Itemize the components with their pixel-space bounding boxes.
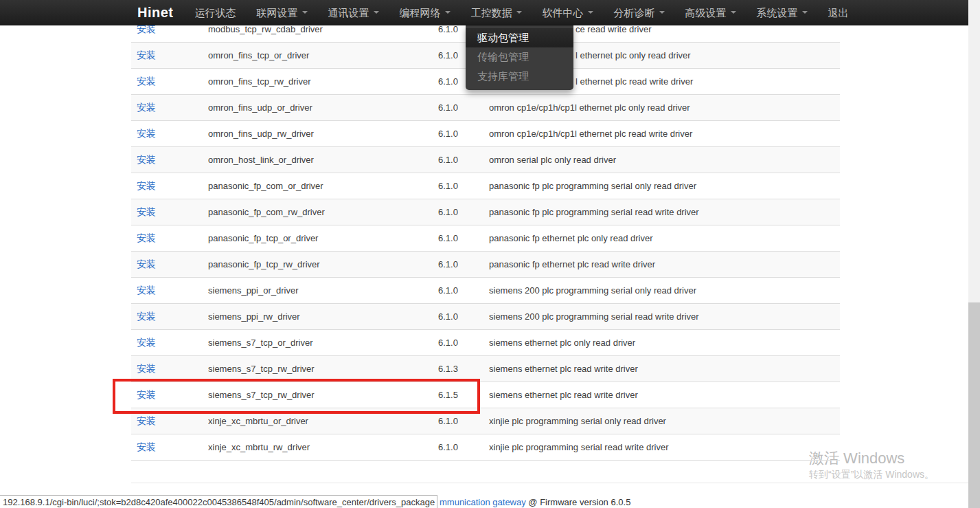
- description-cell: siemens ethernet plc read write driver: [483, 382, 840, 408]
- firmware-version-text: @ Firmware version 6.0.5: [526, 497, 631, 507]
- description-text: omron cp1e/cp1h/cp1l ethernet plc only r…: [489, 102, 690, 113]
- install-link[interactable]: 安装: [137, 389, 156, 400]
- install-link[interactable]: 安装: [137, 258, 156, 269]
- description-text: panasonic fp ethernet plc only read driv…: [489, 233, 652, 243]
- driver-name-cell: omron_fins_tcp_or_driver: [203, 43, 433, 69]
- nav-item-advanced-settings[interactable]: 高级设置: [675, 0, 747, 25]
- install-link[interactable]: 安装: [137, 441, 156, 452]
- chevron-down-icon: [445, 11, 451, 14]
- dropdown-item-transfer-package-mgmt[interactable]: 传输包管理: [466, 47, 573, 67]
- driver-name-cell: omron_host_link_or_driver: [203, 147, 433, 173]
- nav-item-analysis-diagnosis[interactable]: 分析诊断: [604, 0, 675, 25]
- nav-item-running-status[interactable]: 运行状态: [185, 0, 247, 25]
- table-row: 安装omron_fins_udp_or_driver6.1.0omron cp1…: [131, 95, 840, 121]
- description-text: siemens ethernet plc read write driver: [489, 390, 638, 400]
- install-link[interactable]: 安装: [137, 180, 156, 191]
- watermark-subtitle: 转到“设置”以激活 Windows。: [809, 467, 934, 481]
- install-cell: 安装: [131, 382, 203, 408]
- nav-item-software-center[interactable]: 软件中心: [532, 0, 604, 25]
- driver-name-cell: omron_fins_udp_rw_driver: [203, 121, 433, 147]
- chevron-down-icon: [374, 11, 379, 14]
- install-cell: 安装: [131, 147, 203, 173]
- chevron-down-icon: [516, 11, 522, 14]
- nav-item-comm-settings[interactable]: 通讯设置: [318, 0, 389, 25]
- driver-name-cell: siemens_s7_tcp_or_driver: [203, 330, 433, 356]
- chevron-down-icon: [802, 11, 808, 14]
- install-link[interactable]: 安装: [137, 337, 156, 348]
- nav-item-system-settings[interactable]: 系统设置: [747, 0, 818, 25]
- description-cell: panasonic fp ethernet plc read write dri…: [483, 252, 840, 278]
- driver-name-cell: panasonic_fp_tcp_rw_driver: [203, 252, 433, 278]
- nav-item-industrial-data[interactable]: 工控数据: [461, 0, 532, 25]
- version-cell: 6.1.0: [433, 173, 483, 199]
- description-cell: omron cp1e/cp1h/cp1l ethernet plc read w…: [483, 121, 840, 147]
- install-cell: 安装: [131, 408, 203, 434]
- version-cell: 6.1.0: [433, 252, 483, 278]
- install-link[interactable]: 安装: [137, 311, 156, 322]
- description-text: panasonic fp plc programming serial read…: [489, 207, 699, 217]
- version-cell: 6.1.0: [433, 304, 483, 330]
- table-row: 安装omron_fins_udp_rw_driver6.1.0omron cp1…: [131, 121, 840, 147]
- version-cell: 6.1.0: [433, 434, 483, 461]
- install-cell: 安装: [131, 69, 203, 95]
- table-row: 安装xinje_xc_mbrtu_or_driver6.1.0xinjie pl…: [131, 408, 840, 434]
- dropdown-item-driver-package-mgmt[interactable]: 驱动包管理: [466, 28, 573, 47]
- version-cell: 6.1.0: [433, 330, 483, 356]
- install-cell: 安装: [131, 95, 203, 121]
- description-cell: omron cp1e/cp1h/cp1l ethernet plc only r…: [483, 95, 840, 121]
- brand-logo[interactable]: Hinet: [137, 5, 174, 21]
- install-link[interactable]: 安装: [137, 232, 156, 243]
- driver-name-cell: panasonic_fp_tcp_or_driver: [203, 225, 433, 252]
- table-row: 安装panasonic_fp_com_rw_driver6.1.0panason…: [131, 199, 840, 225]
- version-cell: 6.1.5: [433, 382, 483, 408]
- description-cell: siemens 200 plc programming serial only …: [483, 278, 840, 304]
- scrollbar-track[interactable]: [968, 0, 980, 508]
- install-cell: 安装: [131, 43, 203, 69]
- nav-item-logout[interactable]: 退出: [818, 0, 859, 25]
- scrollbar-thumb[interactable]: [968, 302, 980, 508]
- version-cell: 6.1.0: [433, 121, 483, 147]
- footer-divider: [131, 483, 968, 483]
- table-row: 安装xinje_xc_mbrtu_rw_driver6.1.0xinjie pl…: [131, 434, 840, 461]
- description-cell: siemens 200 plc programming serial read …: [483, 304, 840, 330]
- install-link[interactable]: 安装: [137, 154, 156, 165]
- install-link[interactable]: 安装: [137, 102, 156, 113]
- table-row: 安装omron_host_link_or_driver6.1.0omron se…: [131, 147, 840, 173]
- install-link[interactable]: 安装: [137, 49, 156, 60]
- description-text: l ethernet plc only read driver: [576, 50, 691, 60]
- description-cell: xinjie plc programming serial only read …: [483, 408, 840, 434]
- description-text: siemens ethernet plc read write driver: [489, 364, 638, 374]
- description-text: omron cp1e/cp1h/cp1l ethernet plc read w…: [489, 129, 692, 139]
- install-link[interactable]: 安装: [137, 206, 156, 217]
- footer-gateway-link[interactable]: mmunication gateway: [440, 497, 526, 507]
- install-cell: 安装: [131, 434, 203, 461]
- description-text: omron serial plc only read driver: [489, 155, 616, 165]
- table-row: 安装siemens_s7_tcp_rw_driver6.1.3siemens e…: [131, 356, 840, 382]
- version-cell: 6.1.3: [433, 356, 483, 382]
- install-link[interactable]: 安装: [137, 415, 156, 426]
- chevron-down-icon: [731, 11, 736, 14]
- table-row: 安装siemens_s7_tcp_or_driver6.1.0siemens e…: [131, 330, 840, 356]
- driver-name-cell: panasonic_fp_com_or_driver: [203, 173, 433, 199]
- install-link[interactable]: 安装: [137, 363, 156, 374]
- footer-text: mmunication gateway @ Firmware version 6…: [440, 497, 630, 507]
- description-cell: panasonic fp ethernet plc only read driv…: [483, 225, 840, 252]
- description-cell: panasonic fp plc programming serial only…: [483, 173, 840, 199]
- table-row: 安装siemens_ppi_or_driver6.1.0siemens 200 …: [131, 278, 840, 304]
- dropdown-item-support-library-mgmt[interactable]: 支持库管理: [466, 67, 573, 86]
- install-cell: 安装: [131, 330, 203, 356]
- driver-name-cell: omron_fins_udp_or_driver: [203, 95, 433, 121]
- table-row: 安装panasonic_fp_tcp_rw_driver6.1.0panason…: [131, 252, 840, 278]
- install-link[interactable]: 安装: [137, 285, 156, 296]
- driver-name-cell: omron_fins_tcp_rw_driver: [203, 69, 433, 95]
- description-text: siemens 200 plc programming serial read …: [489, 311, 699, 322]
- install-link[interactable]: 安装: [137, 128, 156, 139]
- nav-item-network-settings[interactable]: 联网设置: [247, 0, 318, 25]
- table-row-highlighted: 安装siemens_s7_tcp_rw_driver6.1.5siemens e…: [131, 382, 840, 408]
- install-link[interactable]: 安装: [137, 76, 156, 87]
- install-cell: 安装: [131, 356, 203, 382]
- description-cell: xinjie plc programming serial read write…: [483, 434, 840, 461]
- version-cell: 6.1.0: [433, 199, 483, 225]
- nav-item-programming-network[interactable]: 编程网络: [389, 0, 461, 25]
- driver-name-cell: siemens_s7_tcp_rw_driver: [203, 382, 433, 408]
